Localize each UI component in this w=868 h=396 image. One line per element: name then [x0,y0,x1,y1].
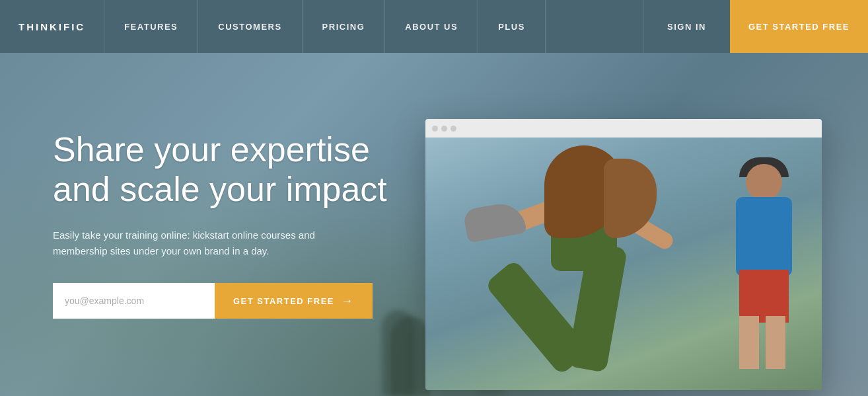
hero-title: Share your expertise and scale your impa… [53,130,396,210]
woman-figure [452,152,716,390]
browser-mockup [425,119,822,390]
man-leg-right [766,316,785,369]
man-head [746,164,782,200]
man-figure [723,157,822,389]
browser-bar [425,119,822,138]
nav-pricing[interactable]: PRICING [303,0,386,53]
photo-content [425,138,822,390]
man-shirt [736,197,792,276]
signin-link[interactable]: SIGN IN [643,0,730,53]
nav-plus[interactable]: PLUS [478,0,546,53]
nav-features[interactable]: FEATURES [104,0,198,53]
nav-links: FEATURES CUSTOMERS PRICING ABOUT US PLUS [104,0,643,53]
brand-name: THINKIFIC [18,21,85,32]
man-shorts [739,270,789,323]
get-started-button[interactable]: GET STARTED FREE → [215,283,373,319]
nav-get-started-button[interactable]: GET STARTED FREE [730,0,868,53]
cta-label: GET STARTED FREE [233,296,334,306]
nav-right: SIGN IN GET STARTED FREE [643,0,868,53]
hero-subtitle: Easily take your training online: kickst… [53,227,317,259]
hero-form: GET STARTED FREE → [53,283,396,319]
arrow-icon: → [341,294,354,308]
man-leg-left [739,316,759,369]
browser-dot-3 [451,126,456,132]
email-input[interactable] [53,283,215,319]
nav-about-us[interactable]: ABOUT US [385,0,478,53]
hero-section: Share your expertise and scale your impa… [0,53,868,396]
nav-customers[interactable]: CUSTOMERS [198,0,302,53]
brand-logo[interactable]: THINKIFIC [0,0,104,53]
navbar: THINKIFIC FEATURES CUSTOMERS PRICING ABO… [0,0,868,53]
woman-shoe [462,200,526,243]
hero-content: Share your expertise and scale your impa… [0,53,449,396]
